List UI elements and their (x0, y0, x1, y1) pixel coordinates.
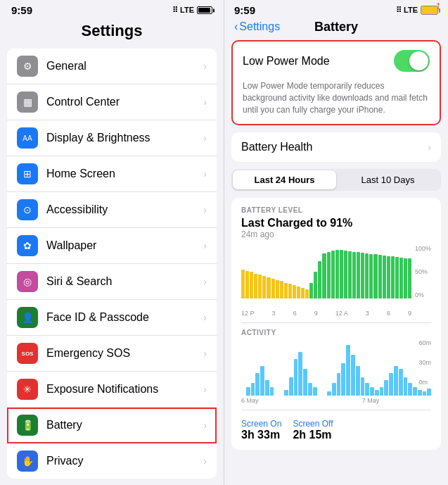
activity-bar-19 (332, 383, 336, 396)
face-id-chevron: › (203, 312, 207, 323)
battery-bar-36 (395, 257, 399, 298)
battery-bar-38 (404, 258, 407, 299)
battery-bar-21 (331, 251, 335, 298)
battery-bar-35 (391, 256, 395, 298)
battery-bar-17 (314, 272, 317, 298)
y-label-50: 50% (415, 268, 431, 275)
low-power-mode-card: Low Power Mode Low Power Mode temporaril… (231, 40, 441, 125)
time-btn-10d[interactable]: Last 10 Days (336, 170, 440, 189)
left-status-icons: ⠿ LTE (172, 6, 212, 15)
activity-bar-37 (418, 390, 422, 396)
activity-bar-32 (394, 366, 398, 396)
settings-item-accessibility[interactable]: ⊙Accessibility› (7, 192, 217, 228)
time-btn-24h[interactable]: Last 24 Hours (233, 170, 336, 189)
activity-bar-14 (308, 383, 312, 396)
general-chevron: › (203, 61, 207, 72)
home-screen-chevron: › (203, 168, 207, 179)
settings-item-control-center[interactable]: ▦Control Center› (7, 84, 217, 120)
activity-chart: 60m 30m 0m (241, 339, 431, 396)
battery-bar-26 (352, 252, 356, 299)
settings-item-wallpaper[interactable]: ✿Wallpaper› (7, 228, 217, 264)
act-y-30: 30m (418, 359, 431, 366)
battery-bar-5 (262, 276, 266, 299)
settings-item-privacy[interactable]: ✋Privacy› (7, 443, 217, 479)
battery-icon: 🔋 (17, 415, 38, 436)
general-label: General (46, 60, 203, 73)
activity-bar-15 (313, 387, 317, 396)
battery-bar-34 (387, 256, 390, 299)
battery-health-card[interactable]: Battery Health › (231, 132, 441, 162)
battery-y-labels: 100% 50% 0% (415, 245, 431, 298)
general-icon: ⚙ (17, 56, 38, 77)
settings-item-battery[interactable]: 🔋Battery› (7, 408, 217, 443)
activity-bar-5 (265, 380, 269, 396)
settings-item-general[interactable]: ⚙General› (7, 49, 217, 84)
control-center-icon: ▦ (17, 92, 38, 113)
settings-group-main: ⚙General›▦Control Center›AADisplay & Bri… (0, 49, 224, 479)
siri-search-icon: ◎ (17, 271, 38, 292)
accessibility-icon: ⊙ (17, 199, 38, 220)
activity-bar-26 (365, 383, 369, 396)
battery-bar-16 (309, 283, 313, 299)
battery-bar-24 (344, 251, 347, 298)
settings-item-siri-search[interactable]: ◎Siri & Search› (7, 264, 217, 300)
battery-chart-card: BATTERY LEVEL Last Charged to 91% 24m ag… (231, 198, 441, 450)
activity-bar-28 (375, 390, 379, 396)
home-screen-label: Home Screen (46, 168, 203, 180)
battery-bar-13 (297, 286, 300, 298)
battery-bar-14 (301, 288, 305, 298)
back-label: Settings (239, 20, 280, 33)
home-screen-icon: ⊞ (17, 163, 38, 184)
y-label-100: 100% (415, 245, 431, 252)
battery-bar-22 (335, 250, 339, 298)
battery-bar-4 (258, 275, 262, 298)
date-labels: 6 May7 May (241, 397, 431, 404)
accessibility-chevron: › (203, 204, 207, 215)
activity-bar-39 (427, 389, 431, 396)
battery-x-labels: 12 P36912 A369 (241, 310, 431, 317)
activity-bar-23 (351, 355, 355, 396)
settings-item-home-screen[interactable]: ⊞Home Screen› (7, 156, 217, 192)
face-id-label: Face ID & Passcode (46, 311, 203, 324)
exposure-chevron: › (203, 384, 207, 395)
activity-bar-30 (384, 380, 388, 396)
back-button[interactable]: ‹ Settings (234, 20, 280, 33)
battery-bar-11 (288, 284, 292, 298)
toggle-thumb (409, 51, 428, 70)
activity-bar-4 (260, 366, 264, 396)
activity-bar-18 (327, 391, 331, 396)
display-brightness-chevron: › (203, 132, 207, 144)
settings-item-exposure[interactable]: ✳Exposure Notifications› (7, 372, 217, 408)
battery-bar-7 (271, 279, 275, 299)
act-y-0: 0m (418, 379, 431, 386)
low-power-mode-toggle[interactable] (394, 50, 430, 72)
screen-off-label: Screen Off (293, 419, 333, 429)
activity-bars (241, 339, 431, 396)
display-brightness-label: Display & Brightness (46, 132, 203, 144)
settings-item-face-id[interactable]: 👤Face ID & Passcode› (7, 300, 217, 336)
wallpaper-label: Wallpaper (46, 239, 203, 252)
x-label-6: 6 (387, 310, 390, 317)
time-ago-label: 24m ago (241, 229, 431, 239)
screen-on-stat: Screen On 3h 33m (241, 419, 281, 441)
right-time: 9:59 (234, 4, 255, 16)
settings-item-emergency-sos[interactable]: SOSEmergency SOS› (7, 336, 217, 372)
activity-bar-10 (289, 377, 293, 396)
battery-bar-18 (318, 261, 321, 298)
lpm-label: Low Power Mode (243, 55, 394, 68)
battery-bar-0 (241, 270, 245, 299)
settings-item-display-brightness[interactable]: AADisplay & Brightness› (7, 120, 217, 156)
left-panel: 9:59 ⠿ LTE Settings ⚙General›▦Control Ce… (0, 0, 224, 485)
last-charged-label: Last Charged to 91% (241, 217, 431, 229)
settings-list-main: ⚙General›▦Control Center›AADisplay & Bri… (7, 49, 217, 479)
lpm-row: Low Power Mode (233, 42, 440, 80)
siri-search-label: Siri & Search (46, 275, 203, 288)
privacy-icon: ✋ (17, 451, 38, 472)
battery-bar-23 (340, 250, 343, 298)
activity-bar-9 (284, 390, 288, 396)
battery-bar-9 (280, 281, 283, 298)
battery-bar-10 (284, 283, 288, 299)
activity-bar-13 (303, 369, 307, 396)
control-center-label: Control Center (46, 96, 203, 108)
screen-on-label: Screen On (241, 419, 281, 429)
